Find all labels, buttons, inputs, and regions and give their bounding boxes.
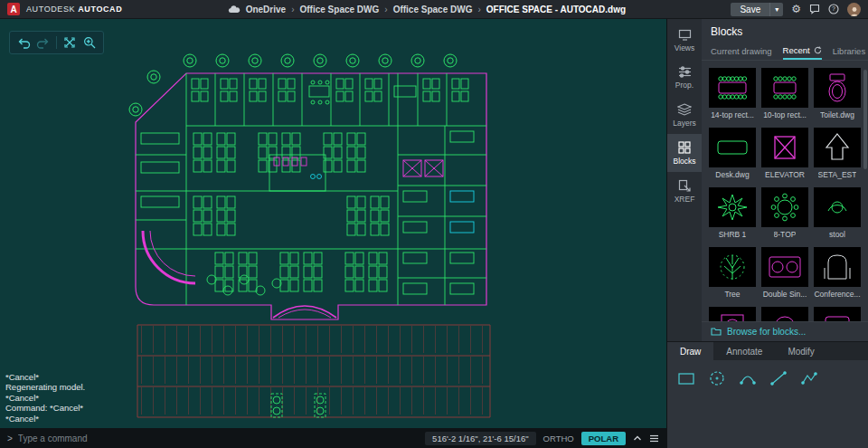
autocad-web-app: A AUTODESK AUTOCAD OneDrive › Office Spa… <box>0 0 868 448</box>
command-history-line: *Cancel* <box>5 393 85 404</box>
browse-for-blocks-link[interactable]: Browse for blocks... <box>702 321 868 341</box>
block-tile-desk[interactable]: Desk.dwg <box>709 128 756 179</box>
tab-libraries[interactable]: Libraries <box>833 43 865 60</box>
folder-icon <box>711 327 722 338</box>
user-avatar[interactable] <box>847 3 861 16</box>
sidebar-item-layers[interactable]: Layers <box>667 96 702 134</box>
block-label: stool <box>829 230 845 239</box>
main-area: *Cancel* Regenerating model. *Cancel* Co… <box>0 19 868 448</box>
tab-draw[interactable]: Draw <box>667 342 713 360</box>
sidebar-item-label: Views <box>675 43 695 52</box>
block-thumbnail <box>709 247 756 287</box>
expand-status-icon[interactable] <box>633 434 642 442</box>
block-label: 10-top rect... <box>763 110 807 119</box>
views-icon <box>678 29 692 41</box>
status-menu-icon[interactable] <box>649 434 659 443</box>
top-bar: A AUTODESK AUTOCAD OneDrive › Office Spa… <box>0 0 868 19</box>
block-tile-conference[interactable]: Conference... <box>814 247 861 299</box>
blocks-grid: 14-top rect... 10-top rect... Toilet.dwg <box>702 61 868 321</box>
line-tool-icon[interactable] <box>769 368 788 388</box>
block-tile-seta-est[interactable]: SETA_EST <box>814 128 861 179</box>
sidebar-item-views[interactable]: Views <box>667 22 702 59</box>
tab-recent[interactable]: Recent <box>783 43 822 60</box>
polar-toggle[interactable]: POLAR <box>581 432 626 445</box>
rectangle-tool-icon[interactable] <box>676 368 696 388</box>
coordinates-readout: 516'-2 1/16", 21'-6 15/16" <box>425 432 536 445</box>
redo-icon[interactable] <box>36 35 51 50</box>
block-thumbnail <box>709 128 756 167</box>
block-label: 14-top rect... <box>711 110 754 119</box>
breadcrumb-separator: › <box>384 5 387 14</box>
block-label: SHRB 1 <box>719 230 747 239</box>
block-tile-tree[interactable]: Tree <box>709 247 756 299</box>
block-tile-shrb1[interactable]: SHRB 1 <box>709 187 756 239</box>
block-tile-8-top[interactable]: 8-TOP <box>761 187 808 239</box>
ortho-toggle[interactable]: ORTHO <box>543 434 574 443</box>
block-label: Double Sin... <box>763 290 807 299</box>
comment-icon[interactable] <box>809 4 820 14</box>
drawing-canvas[interactable]: *Cancel* Regenerating model. *Cancel* Co… <box>0 19 666 448</box>
blocks-panel-tabs: Current drawing Recent Libraries <box>702 43 868 61</box>
circle-tool-icon[interactable] <box>707 368 727 388</box>
autocad-logo-icon[interactable]: A <box>7 3 20 15</box>
block-thumbnail <box>814 307 861 321</box>
svg-text:?: ? <box>832 5 835 12</box>
tab-modify[interactable]: Modify <box>775 342 826 360</box>
ribbon: Draw Annotate Modify <box>667 341 868 448</box>
sidebar-item-blocks[interactable]: Blocks <box>667 134 702 172</box>
panel-scrollbar[interactable] <box>863 70 867 169</box>
breadcrumb-item-subfolder[interactable]: Office Space DWG <box>393 5 473 14</box>
arc-tool-icon[interactable] <box>738 368 758 388</box>
breadcrumb: OneDrive › Office Space DWG › Office Spa… <box>128 5 724 14</box>
blocks-icon <box>678 141 691 154</box>
polyline-tool-icon[interactable] <box>799 368 819 388</box>
block-tile-stool[interactable]: stool <box>814 187 861 239</box>
zoom-window-icon[interactable] <box>82 35 97 50</box>
tab-annotate[interactable]: Annotate <box>713 342 775 360</box>
right-top: Views Prop. Layers Blocks <box>667 19 868 341</box>
tab-current-drawing[interactable]: Current drawing <box>711 43 772 60</box>
draw-tools <box>667 360 868 396</box>
block-label: Tree <box>724 290 740 299</box>
ribbon-body <box>667 360 868 448</box>
ribbon-tabs: Draw Annotate Modify <box>667 342 868 360</box>
zoom-extents-icon[interactable] <box>62 35 77 50</box>
block-tile[interactable] <box>814 307 861 321</box>
block-tile-elevator[interactable]: ELEVATOR <box>761 128 808 179</box>
save-dropdown-caret-icon[interactable]: ▾ <box>769 3 783 16</box>
block-thumbnail <box>814 128 861 167</box>
sidebar-item-xref[interactable]: XREF <box>667 172 702 210</box>
command-history-line: Regenerating model. <box>5 382 85 393</box>
block-tile-toilet[interactable]: Toilet.dwg <box>814 68 861 119</box>
settings-gear-icon[interactable]: ⚙ <box>791 4 801 14</box>
block-tile[interactable] <box>761 307 808 321</box>
block-thumbnail <box>761 68 808 108</box>
block-thumbnail <box>814 68 861 108</box>
block-tile-14-top[interactable]: 14-top rect... <box>709 68 756 119</box>
block-tile[interactable] <box>709 307 756 321</box>
help-icon[interactable]: ? <box>828 4 839 14</box>
block-tile-double-sink[interactable]: Double Sin... <box>761 247 808 299</box>
block-tile-10-top[interactable]: 10-top rect... <box>761 68 808 119</box>
save-button[interactable]: Save <box>731 3 769 16</box>
refresh-icon[interactable] <box>814 46 822 54</box>
command-history-line: *Cancel* <box>5 414 85 424</box>
block-thumbnail <box>761 307 808 321</box>
brand-text: AUTODESK AUTOCAD <box>26 5 122 14</box>
block-thumbnail <box>761 128 808 167</box>
onedrive-cloud-icon <box>228 5 241 14</box>
breadcrumb-separator: › <box>477 5 480 14</box>
breadcrumb-item-onedrive[interactable]: OneDrive <box>246 5 286 14</box>
properties-sliders-icon <box>678 66 692 78</box>
block-thumbnail <box>709 307 756 321</box>
command-input[interactable] <box>18 434 410 443</box>
status-bar: 516'-2 1/16", 21'-6 15/16" ORTHO POLAR <box>418 428 666 448</box>
block-label: 8-TOP <box>774 230 797 239</box>
command-history: *Cancel* Regenerating model. *Cancel* Co… <box>5 372 85 424</box>
breadcrumb-item-folder[interactable]: Office Space DWG <box>299 5 379 14</box>
undo-icon[interactable] <box>16 35 31 50</box>
sidebar-item-label: XREF <box>675 195 695 204</box>
sidebar-item-properties[interactable]: Prop. <box>667 59 702 96</box>
block-label: ELEVATOR <box>765 170 805 179</box>
panel-title: Blocks <box>702 19 868 43</box>
